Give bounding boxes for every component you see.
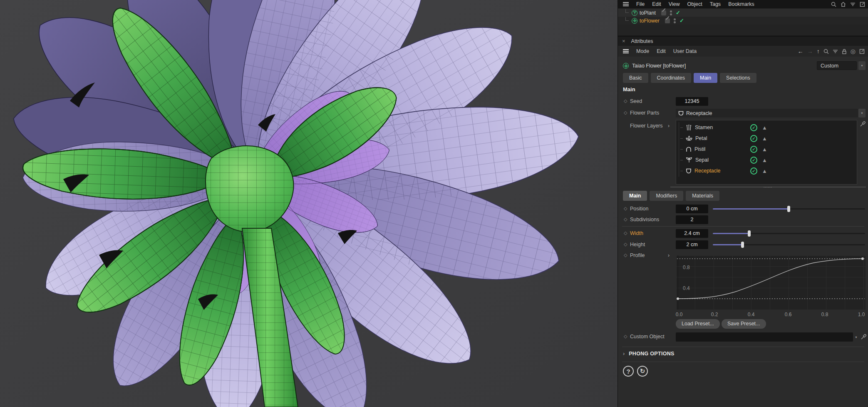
menu-tags[interactable]: Tags: [710, 1, 721, 7]
lock-icon[interactable]: [842, 49, 847, 54]
layer-name: Petal: [695, 135, 745, 141]
attribute-tabs: Basic Coordinates Main Selections: [623, 73, 756, 83]
slider-handle[interactable]: [741, 242, 744, 248]
keyframe-diamond-icon[interactable]: ◇: [624, 252, 627, 258]
forward-arrow-icon[interactable]: →: [807, 48, 813, 55]
slider-handle[interactable]: [787, 206, 790, 212]
search-icon[interactable]: [823, 49, 829, 54]
back-arrow-icon[interactable]: ←: [798, 48, 804, 55]
position-slider[interactable]: [713, 208, 865, 210]
layer-enabled-icon[interactable]: ✓: [750, 135, 757, 142]
custom-object-dropdown-arrow[interactable]: ▼: [855, 336, 858, 339]
slider-handle[interactable]: [748, 230, 751, 237]
reset-icon[interactable]: ↻: [637, 366, 648, 377]
keyframe-diamond-icon[interactable]: ◇: [624, 206, 627, 211]
visibility-dots-icon[interactable]: [670, 10, 672, 15]
open-window-icon[interactable]: [859, 49, 865, 54]
profile-curve-editor[interactable]: 0.8 0.4: [676, 255, 866, 310]
menu-file[interactable]: File: [636, 1, 645, 7]
menu-edit[interactable]: Edit: [652, 1, 661, 7]
keyframe-diamond-icon[interactable]: ◇: [624, 98, 627, 104]
filter-icon[interactable]: [833, 49, 838, 54]
preset-dropdown-arrow[interactable]: [858, 61, 866, 70]
seed-input[interactable]: 12345: [676, 97, 708, 106]
layer-triangle-icon[interactable]: ▲: [762, 168, 767, 174]
collapse-chevron-icon[interactable]: ›: [623, 351, 625, 357]
tab-coordinates[interactable]: Coordinates: [651, 73, 691, 83]
object-name[interactable]: toPlant: [640, 10, 656, 16]
preset-select[interactable]: Custom: [817, 61, 857, 70]
menu-bookmarks[interactable]: Bookmarks: [728, 1, 754, 7]
layer-triangle-icon[interactable]: ▲: [762, 146, 767, 152]
home-icon[interactable]: [841, 2, 846, 7]
edit-tag-icon[interactable]: [661, 10, 666, 15]
tab-main[interactable]: Main: [694, 73, 717, 83]
layer-row-petal[interactable]: Petal ✓ ▲: [676, 133, 857, 144]
enabled-check-icon[interactable]: ✓: [676, 10, 680, 16]
layer-enabled-icon[interactable]: ✓: [750, 157, 757, 164]
layer-triangle-icon[interactable]: ▲: [762, 135, 767, 142]
eyedropper-icon[interactable]: [860, 121, 866, 127]
eyedropper-icon[interactable]: [861, 334, 867, 340]
expand-chevron-icon[interactable]: ›: [668, 252, 670, 258]
keyframe-diamond-icon[interactable]: ◇: [624, 230, 627, 236]
phong-options-section[interactable]: › PHONG OPTIONS: [623, 351, 675, 357]
layer-row-receptacle[interactable]: Receptacle ✓ ▲: [676, 165, 857, 176]
resize-dots[interactable]: ......: [764, 184, 772, 188]
enabled-check-icon[interactable]: ✓: [680, 17, 684, 24]
menu-hamburger-icon[interactable]: [623, 1, 629, 7]
attr-menu-edit[interactable]: Edit: [657, 48, 666, 54]
object-name[interactable]: toFlower: [640, 18, 660, 24]
subdivisions-input[interactable]: 2: [676, 215, 708, 224]
subdivisions-label: Subdivisions: [630, 217, 659, 222]
curve-start-point[interactable]: [677, 297, 679, 300]
layer-triangle-icon[interactable]: ▲: [762, 157, 767, 163]
curve-end-point[interactable]: [861, 257, 864, 260]
target-icon[interactable]: ◎: [851, 48, 856, 55]
tab-basic[interactable]: Basic: [623, 73, 648, 83]
filter-icon[interactable]: [850, 2, 856, 7]
keyframe-diamond-icon[interactable]: ◇: [624, 334, 627, 339]
up-arrow-icon[interactable]: ↑: [817, 48, 820, 55]
menu-view[interactable]: View: [669, 1, 680, 7]
layer-enabled-icon[interactable]: ✓: [750, 146, 757, 153]
flower-parts-dropdown-arrow[interactable]: [858, 109, 866, 117]
custom-object-input[interactable]: [676, 332, 853, 342]
layer-row-stamen[interactable]: Stamen ✓ ▲: [676, 122, 857, 133]
attr-menu-userdata[interactable]: User Data: [673, 48, 697, 54]
height-input[interactable]: 2 cm: [676, 240, 708, 249]
flower-parts-select[interactable]: Receptacle: [676, 109, 858, 117]
object-row-toflower[interactable]: toFlower ✓: [618, 17, 868, 25]
layer-triangle-icon[interactable]: ▲: [762, 125, 767, 131]
attr-menu-mode[interactable]: Mode: [636, 48, 649, 54]
layer-enabled-icon[interactable]: ✓: [750, 124, 757, 131]
attributes-hamburger-icon[interactable]: [623, 48, 629, 54]
expand-chevron-icon[interactable]: ›: [668, 123, 670, 129]
keyframe-diamond-icon[interactable]: ◇: [624, 110, 627, 115]
profile-label: Profile: [630, 252, 645, 258]
layer-row-sepal[interactable]: Sepal ✓ ▲: [676, 155, 857, 165]
menu-object[interactable]: Object: [687, 1, 702, 7]
open-window-icon[interactable]: [860, 2, 865, 7]
subtab-main[interactable]: Main: [623, 191, 647, 201]
position-input[interactable]: 0 cm: [676, 205, 708, 213]
height-slider[interactable]: [713, 244, 865, 245]
visibility-dots-icon[interactable]: [674, 18, 676, 23]
object-row-toplant[interactable]: toPlant ✓: [618, 9, 868, 17]
layer-row-pistil[interactable]: Pistil ✓ ▲: [676, 144, 857, 155]
save-preset-button[interactable]: Save Preset...: [722, 319, 766, 329]
search-icon[interactable]: [831, 2, 836, 7]
width-input[interactable]: 2.4 cm: [676, 229, 708, 238]
keyframe-diamond-icon[interactable]: ◇: [624, 242, 627, 247]
keyframe-diamond-icon[interactable]: ◇: [624, 217, 627, 222]
subtab-modifiers[interactable]: Modifiers: [650, 191, 683, 201]
width-slider[interactable]: [713, 233, 865, 234]
subtab-materials[interactable]: Materials: [686, 191, 719, 201]
layer-enabled-icon[interactable]: ✓: [750, 167, 757, 175]
edit-tag-icon[interactable]: [665, 18, 670, 23]
tab-selections[interactable]: Selections: [720, 73, 756, 83]
load-preset-button[interactable]: Load Preset...: [676, 319, 720, 329]
viewport-3d[interactable]: [0, 0, 618, 407]
close-icon[interactable]: ×: [622, 38, 625, 44]
help-icon[interactable]: ?: [623, 366, 634, 377]
